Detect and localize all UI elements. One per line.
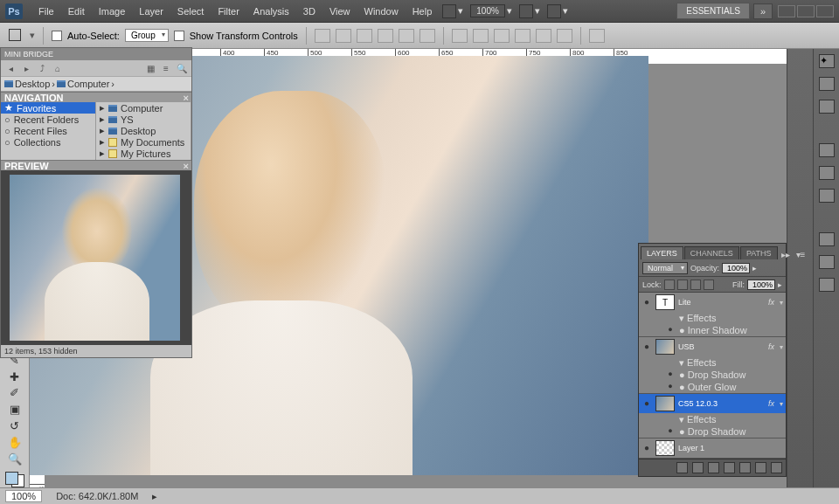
menu-view[interactable]: View [322,6,357,17]
opacity-input[interactable]: 100% [722,263,750,273]
menu-help[interactable]: Help [406,6,440,17]
lock-position-icon[interactable] [690,280,701,290]
menu-select[interactable]: Select [170,6,211,17]
visibility-icon[interactable]: ● [641,443,652,453]
menu-file[interactable]: File [31,6,61,17]
screen-mode-icon[interactable] [547,4,561,18]
color-swatches[interactable] [5,472,24,487]
close-icon[interactable]: × [184,93,189,103]
lock-pixels-icon[interactable] [677,280,688,290]
lock-all-icon[interactable] [704,280,714,290]
history-brush-tool-icon[interactable]: ↺ [4,418,25,433]
navigator-panel-icon[interactable]: ✦ [819,54,835,68]
nav-item[interactable]: ▸Computer [96,102,191,114]
menu-edit[interactable]: Edit [61,6,92,17]
list-view-icon[interactable]: ≡ [160,63,172,73]
auto-select-dropdown[interactable]: Group [125,29,169,42]
panel-menu-icon[interactable]: ▾≡ [794,250,808,259]
tab-channels[interactable]: CHANNELS [684,246,739,259]
minimize-button[interactable] [778,5,795,17]
distribute-right-icon[interactable] [557,29,572,43]
auto-select-checkbox[interactable] [52,31,62,41]
menu-analysis[interactable]: Analysis [246,6,296,17]
layer-effect[interactable]: ●● Drop Shadow [639,425,786,438]
clone-stamp-tool-icon[interactable]: ▣ [4,402,25,417]
zoom-tool-icon[interactable]: 🔍 [4,452,25,466]
layer-row[interactable]: ●Layer 1 [639,438,786,458]
nav-item[interactable]: ▸Desktop [96,125,191,136]
distribute-hcenter-icon[interactable] [536,29,551,43]
layer-row[interactable]: ●CS5 12.0.3fx▾ [639,394,786,413]
swatches-panel-icon[interactable] [819,166,835,180]
link-layers-icon[interactable] [676,462,688,473]
brush-tool-icon[interactable]: ✐ [4,386,25,401]
nav-item[interactable]: ○Recent Files [1,125,95,136]
chevron-right-icon[interactable]: ▸ [152,491,157,502]
nav-item[interactable]: ★Favorites [1,102,95,114]
visibility-icon[interactable]: ● [641,398,652,409]
distribute-vcenter-icon[interactable] [473,29,489,43]
new-layer-icon[interactable] [755,462,766,473]
zoom-percent[interactable]: 100% [5,490,42,502]
workspace-switcher[interactable]: ESSENTIALS [676,3,750,19]
brush-presets-panel-icon[interactable] [819,255,835,269]
menu-window[interactable]: Window [357,6,406,17]
brush-panel-icon[interactable] [819,232,835,246]
chevron-right-icon[interactable]: ▸ [752,264,757,273]
nav-item[interactable]: ▸My Pictures [96,148,191,159]
layer-thumbnail[interactable]: T [655,294,675,310]
grid-view-icon[interactable]: ▦ [144,63,156,73]
crumb-computer[interactable]: Computer [67,79,109,89]
forward-icon[interactable]: ▸ [20,63,32,73]
auto-align-icon[interactable] [589,29,605,43]
lock-transparent-icon[interactable] [664,280,675,290]
color-panel-icon[interactable] [819,143,835,157]
layer-effect[interactable]: ▾ Effects [639,356,786,369]
nav-item[interactable]: ○Collections [1,136,95,148]
menu-layer[interactable]: Layer [132,6,170,17]
visibility-icon[interactable]: ● [641,297,652,307]
layer-row[interactable]: ●TLitefx▾ [639,293,786,312]
launch-bridge-icon[interactable] [442,4,456,18]
histogram-panel-icon[interactable] [819,100,835,114]
distribute-top-icon[interactable] [452,29,468,43]
tab-layers[interactable]: LAYERS [641,246,683,259]
hand-tool-icon[interactable] [519,4,533,18]
active-tool-icon[interactable] [7,27,24,45]
home-icon[interactable]: ⌂ [52,63,64,73]
layer-style-icon[interactable] [692,462,704,473]
info-panel-icon[interactable] [819,77,835,91]
layer-thumbnail[interactable] [655,339,675,355]
blend-mode-dropdown[interactable]: Normal [642,262,688,274]
align-right-icon[interactable] [420,29,435,43]
healing-brush-tool-icon[interactable]: ✚ [4,369,25,384]
collapse-fx-icon[interactable]: ▾ [780,400,783,408]
show-transform-checkbox[interactable] [174,31,184,41]
nav-item[interactable]: ○Recent Folders [1,114,95,125]
search-icon[interactable]: 🔍 [176,63,188,73]
nav-item[interactable]: ▸YS [96,114,191,125]
zoom-field[interactable]: 100% [470,4,505,17]
mini-bridge-title[interactable]: MINI BRIDGE [1,48,191,60]
align-bottom-icon[interactable] [357,29,372,43]
maximize-button[interactable] [797,5,815,17]
align-hcenter-icon[interactable] [399,29,414,43]
preview-thumbnail[interactable] [10,175,180,341]
tab-paths[interactable]: PATHS [740,246,778,259]
layer-effect[interactable]: ▾ Effects [639,312,786,324]
menu-3d[interactable]: 3D [296,6,322,17]
align-vcenter-icon[interactable] [336,29,351,43]
layer-effect[interactable]: ▾ Effects [639,413,786,425]
menu-filter[interactable]: Filter [211,6,246,17]
layer-effect[interactable]: ●● Outer Glow [639,381,786,393]
crumb-desktop[interactable]: Desktop [15,79,50,89]
visibility-icon[interactable]: ● [641,342,652,352]
collapse-fx-icon[interactable]: ▾ [780,299,783,307]
layer-effect[interactable]: ●● Drop Shadow [639,369,786,381]
fill-input[interactable]: 100% [747,280,775,290]
collapse-fx-icon[interactable]: ▾ [780,343,783,351]
chevron-right-icon[interactable]: ▸ [778,280,782,289]
layer-mask-icon[interactable] [708,462,719,473]
back-icon[interactable]: ◂ [4,63,17,73]
layer-row[interactable]: ●USBfx▾ [639,337,786,356]
